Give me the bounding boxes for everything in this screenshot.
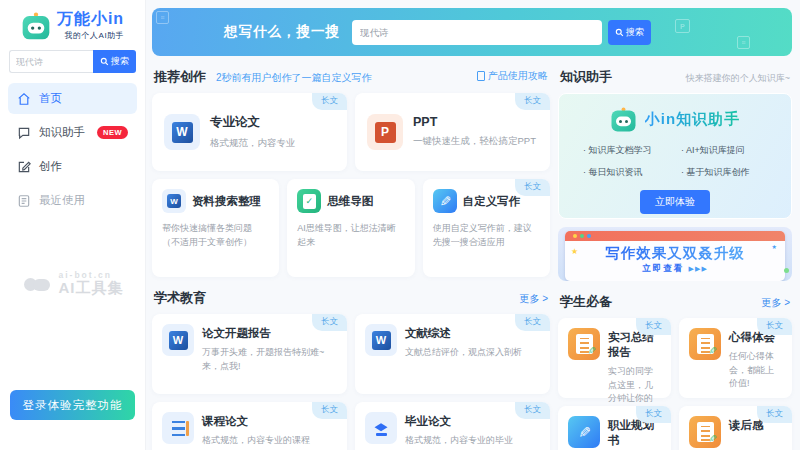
sidebar: 万能小in 我的个人AI助手 搜索 首页 知识助手 NEW 创 (0, 0, 146, 450)
sidebar-item-label: 最近使用 (39, 193, 85, 208)
sidebar-search-input[interactable] (9, 50, 93, 73)
knowledge-feature: · 知识库文档学习 (583, 144, 681, 157)
word-icon: W (365, 324, 397, 356)
academic-more-link[interactable]: 更多 > (519, 292, 548, 306)
long-text-badge: 长文 (757, 318, 792, 335)
sidebar-item-label: 创作 (39, 159, 62, 174)
edit-icon (17, 160, 31, 174)
ppt-icon: P (367, 114, 403, 150)
promo-title: 写作效果又双叒升级 (605, 244, 745, 263)
recent-file-icon (17, 194, 31, 208)
dot-decor (784, 268, 789, 273)
card-internship-report[interactable]: 长文 ✎ 实习总结报告 实习的同学点这里，几分钟让你的实习总结报告内容满满 (558, 318, 671, 398)
section-title-academic: 学术教育 (154, 289, 206, 307)
knowledge-feature: · 基于知识库创作 (681, 166, 779, 179)
academic-section: 学术教育 更多 > 长文 W 论文开题报告 万事开头难，开题报告特别难~来，点我… (152, 289, 550, 450)
card-professional-paper[interactable]: 长文 W 专业论文 格式规范，内容专业 (152, 93, 347, 171)
promo-cta: 立即查看 (642, 263, 684, 273)
card-reflections[interactable]: 长文 ✎ 心得体会 任何心得体会，都能上价值! (679, 318, 792, 398)
card-custom-writing[interactable]: 长文 ✎ 自定义写作 使用自定义写作前，建议先搜一搜合适应用 (423, 179, 550, 277)
login-button[interactable]: 登录体验完整功能 (10, 390, 135, 420)
long-text-badge: 长文 (515, 314, 550, 331)
card-thesis-proposal[interactable]: 长文 W 论文开题报告 万事开头难，开题报告特别难~来，点我! (152, 314, 347, 394)
main-content: ≡ P ≡ 想写什么，搜一搜 搜索 推荐创作 2秒前有用户创作了一篇自定义写作 (146, 0, 800, 450)
search-icon (100, 57, 109, 66)
sidebar-search: 搜索 (9, 50, 136, 73)
knowledge-assistant-card: 小in知识助手 · 知识库文档学习 · AI+知识库提问 · 每日知识资讯 · … (558, 93, 792, 219)
recommend-section: 推荐创作 2秒前有用户创作了一篇自定义写作 产品使用攻略 长文 W 专业论文 格… (152, 66, 550, 450)
report-icon: ✎ (689, 416, 721, 448)
knowledge-feature: · 每日知识资讯 (583, 166, 681, 179)
try-now-button[interactable]: 立即体验 (640, 190, 710, 214)
promo-banner[interactable]: ★ ★ 写作效果又双叒升级 立即查看 ▶▶▶ (558, 227, 792, 281)
app-title: 万能小in (57, 11, 124, 27)
robot-icon (610, 106, 637, 133)
doc-icon (477, 71, 485, 81)
banner-search: 搜索 (352, 20, 651, 45)
sidebar-item-label: 首页 (39, 91, 62, 106)
product-guide-link[interactable]: 产品使用攻略 (477, 69, 548, 83)
search-icon (615, 28, 624, 37)
word-icon: W (164, 114, 200, 150)
long-text-badge: 长文 (515, 179, 550, 196)
sidebar-item-knowledge[interactable]: 知识助手 NEW (8, 117, 137, 148)
new-badge: NEW (97, 126, 128, 139)
star-icon: ★ (772, 243, 777, 250)
app-subtitle: 我的个人AI助手 (57, 30, 124, 41)
cloud-logo-icon (22, 276, 52, 291)
card-material-search[interactable]: W 资料搜索整理 帮你快速搞懂各类问题（不适用于文章创作） (152, 179, 279, 277)
knowledge-hint: 快来搭建你的个人知识库~ (686, 72, 790, 85)
sidebar-nav: 首页 知识助手 NEW 创作 最近使用 (0, 83, 145, 216)
search-banner: ≡ P ≡ 想写什么，搜一搜 搜索 (152, 8, 792, 56)
graduation-cap-icon: ◆ (365, 412, 397, 444)
report-icon: ✎ (689, 328, 721, 360)
activity-ticker: 2秒前有用户创作了一篇自定义写作 (216, 71, 372, 85)
watermark-name: AI工具集 (59, 280, 124, 297)
long-text-badge: 长文 (515, 93, 550, 110)
card-course-paper[interactable]: 长文 课程论文 格式规范，内容专业的课程 (152, 402, 347, 450)
banner-search-input[interactable] (352, 20, 602, 45)
card-mindmap[interactable]: ✓ 思维导图 AI思维导图，让想法清晰起来 (287, 179, 414, 277)
pen-icon: ✎ (433, 189, 457, 213)
long-text-badge: 长文 (312, 402, 347, 419)
card-career-plan[interactable]: 长文 ✎ 职业规划书 (558, 406, 671, 450)
students-section: 学生必备 更多 > 长文 ✎ 实习总结报告 实习的同学点这里，几分钟让你的实习总… (558, 293, 792, 450)
long-text-badge: 长文 (636, 406, 671, 423)
knowledge-card-title: 小in知识助手 (645, 110, 740, 129)
word-icon: W (162, 189, 186, 213)
chat-icon (17, 126, 31, 140)
pen-icon: ✎ (568, 416, 600, 448)
card-literature-review[interactable]: 长文 W 文献综述 文献总结评价，观点深入剖析 (355, 314, 550, 394)
card-book-review[interactable]: 长文 ✎ 读后感 (679, 406, 792, 450)
sidebar-item-label: 知识助手 (39, 125, 85, 140)
sidebar-item-create[interactable]: 创作 (8, 151, 137, 182)
app-logo: 万能小in 我的个人AI助手 (0, 0, 145, 48)
card-ppt[interactable]: 长文 P PPT 一键快速生成，轻松搞定PPT (355, 93, 550, 171)
doc-decor-icon: ≡ (737, 36, 750, 49)
sidebar-item-recent[interactable]: 最近使用 (8, 185, 137, 216)
long-text-badge: 长文 (636, 318, 671, 335)
section-title-students: 学生必备 (560, 293, 612, 311)
section-title-knowledge: 知识助手 (560, 68, 612, 86)
watermark: ai-bot.cn AI工具集 (0, 270, 145, 297)
long-text-badge: 长文 (312, 93, 347, 110)
card-graduation-thesis[interactable]: 长文 ◆ 毕业论文 格式规范，内容专业的毕业 (355, 402, 550, 450)
home-icon (17, 92, 31, 106)
doc-decor-icon: ≡ (156, 11, 169, 24)
knowledge-section: 知识助手 快来搭建你的个人知识库~ 小in知识助手 · 知识库文档学习 · AI… (558, 66, 792, 450)
word-icon: W (162, 324, 194, 356)
sidebar-search-button[interactable]: 搜索 (93, 50, 136, 73)
banner-search-button[interactable]: 搜索 (608, 20, 651, 45)
arrows-icon: ▶▶▶ (689, 265, 708, 272)
app-window: 万能小in 我的个人AI助手 搜索 首页 知识助手 NEW 创 (0, 0, 800, 450)
knowledge-feature: · AI+知识库提问 (681, 144, 779, 157)
long-text-badge: 长文 (312, 314, 347, 331)
star-icon: ★ (571, 247, 578, 256)
sidebar-item-home[interactable]: 首页 (8, 83, 137, 114)
ppt-decor-icon: P (675, 19, 690, 33)
promo-titlebar (565, 231, 785, 241)
students-more-link[interactable]: 更多 > (761, 296, 790, 310)
report-icon: ✎ (568, 328, 600, 360)
list-doc-icon (162, 412, 194, 444)
long-text-badge: 长文 (757, 406, 792, 423)
